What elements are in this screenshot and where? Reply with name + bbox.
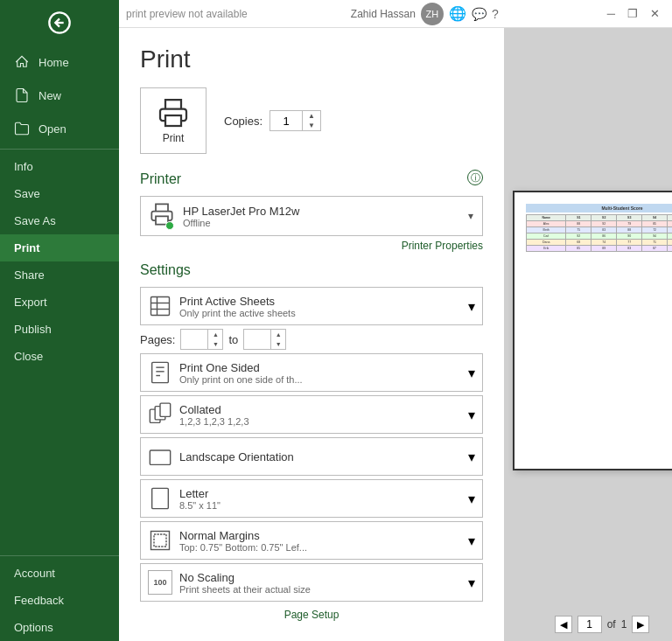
cell: 77	[617, 239, 642, 245]
open-icon	[14, 121, 30, 136]
svg-rect-18	[154, 534, 166, 547]
cell: 90	[668, 245, 672, 251]
pages-from-input[interactable]	[181, 330, 207, 349]
close-button[interactable]: ✕	[645, 5, 665, 22]
sidebar-item-new[interactable]: New	[0, 79, 119, 112]
svg-rect-4	[151, 297, 170, 316]
printer-status-dot	[165, 221, 174, 230]
margins-icon	[148, 528, 172, 553]
active-sheets-icon	[148, 294, 172, 318]
printer-icon	[158, 97, 189, 129]
sidebar-item-feedback[interactable]: Feedback	[0, 587, 119, 614]
pages-from-arrows: ▲ ▼	[207, 330, 222, 349]
page-total: 1	[621, 618, 627, 631]
col-name: Name	[527, 214, 566, 220]
cell: 85	[642, 220, 668, 226]
svg-rect-14	[160, 403, 171, 416]
settings-section-header: Settings	[140, 262, 483, 278]
active-sheets-text: Print Active Sheets Only print the activ…	[179, 295, 461, 318]
sidebar-item-print[interactable]: Print	[0, 234, 119, 261]
page-prev-button[interactable]: ◀	[555, 616, 572, 633]
copies-spinner: 1 ▲ ▼	[270, 110, 321, 131]
pages-to-input[interactable]	[244, 330, 270, 349]
cell: 75	[566, 226, 592, 233]
scaling-icon: 100	[148, 570, 172, 595]
sidebar-label-home: Home	[38, 56, 69, 69]
sidebar-item-open[interactable]: Open	[0, 112, 119, 145]
cell: 88	[668, 233, 672, 239]
settings-orientation[interactable]: Landscape Orientation ▾	[140, 437, 483, 476]
sidebar-label-new: New	[38, 89, 61, 102]
cell: 94	[642, 233, 668, 239]
cell: Carl	[527, 233, 566, 239]
page-number-input[interactable]: 1	[578, 616, 602, 633]
sidebar-item-info[interactable]: Info	[0, 153, 119, 180]
cell: 79	[617, 220, 642, 226]
sidebar-item-export[interactable]: Export	[0, 289, 119, 316]
one-sided-sub: Only print on one side of th...	[179, 374, 461, 385]
printer-properties-link[interactable]: Printer Properties	[140, 240, 483, 252]
svg-rect-15	[150, 450, 170, 464]
pages-to-spinner: ▲ ▼	[243, 329, 286, 350]
copies-down-arrow[interactable]: ▼	[303, 121, 320, 130]
orientation-text: Landscape Orientation	[179, 450, 461, 463]
pages-from-up[interactable]: ▲	[208, 330, 222, 339]
pages-to-down[interactable]: ▼	[271, 339, 285, 349]
sidebar-item-save[interactable]: Save	[0, 180, 119, 207]
cell: 89	[592, 245, 617, 251]
sidebar: Home New Open Info Save Save As Print Sh…	[0, 0, 119, 641]
settings-scaling[interactable]: 100 No Scaling Print sheets at their act…	[140, 563, 483, 602]
sidebar-item-options[interactable]: Options	[0, 614, 119, 641]
copies-arrows: ▲ ▼	[302, 111, 320, 130]
sheet-table: Name S1 S2 S3 S4 S5 S6	[526, 214, 672, 252]
sidebar-item-share[interactable]: Share	[0, 261, 119, 289]
printer-select-dropdown[interactable]: HP LaserJet Pro M12w Offline ▾	[140, 196, 483, 236]
copies-input[interactable]: 1	[270, 111, 302, 130]
pages-from-down[interactable]: ▼	[208, 339, 222, 349]
sidebar-item-account[interactable]: Account	[0, 560, 119, 587]
cell: 85	[566, 245, 592, 251]
settings-paper-size[interactable]: Letter 8.5" x 11" ▾	[140, 479, 483, 518]
print-execute-button[interactable]: Print	[140, 87, 206, 154]
minimize-button[interactable]: ─	[602, 5, 620, 22]
settings-margins[interactable]: Normal Margins Top: 0.75" Bottom: 0.75" …	[140, 521, 483, 560]
printer-icon-area	[150, 202, 174, 230]
preview-frame: Multi-Student Score Name S1 S2 S3 S4 S5	[513, 191, 672, 470]
printer-status: Offline	[183, 218, 459, 228]
page-next-button[interactable]: ▶	[632, 616, 649, 633]
pages-to-up[interactable]: ▲	[271, 330, 285, 339]
cell: 90	[617, 233, 642, 239]
globe-icon[interactable]: 🌐	[449, 5, 466, 22]
pages-label: Pages:	[140, 333, 175, 346]
settings-one-sided[interactable]: Print One Sided Only print on one side o…	[140, 353, 483, 392]
printer-info-icon[interactable]: ⓘ	[467, 170, 483, 185]
back-button[interactable]	[0, 0, 119, 45]
cell: 88	[566, 220, 592, 226]
user-name: Zahid Hassan	[351, 8, 416, 20]
user-info: Zahid Hassan ZH 🌐 💬 ?	[351, 3, 499, 25]
paper-size-text: Letter 8.5" x 11"	[179, 487, 461, 511]
copies-up-arrow[interactable]: ▲	[303, 111, 320, 121]
sidebar-item-close[interactable]: Close	[0, 343, 119, 370]
sidebar-item-home[interactable]: Home	[0, 45, 119, 79]
sidebar-item-save-as[interactable]: Save As	[0, 207, 119, 234]
collated-main: Collated	[179, 403, 461, 416]
avatar: ZH	[421, 3, 444, 25]
sidebar-item-publish[interactable]: Publish	[0, 316, 119, 343]
printer-name: HP LaserJet Pro M12w	[183, 205, 459, 218]
help-icon[interactable]: ?	[492, 7, 499, 21]
cell: 83	[617, 245, 642, 251]
page-setup-link[interactable]: Page Setup	[140, 609, 483, 621]
orientation-icon	[148, 444, 172, 469]
collated-arrow: ▾	[468, 407, 475, 423]
settings-collated[interactable]: Collated 1,2,3 1,2,3 1,2,3 ▾	[140, 395, 483, 434]
titlebar-left: print preview not available	[126, 8, 248, 20]
restore-button[interactable]: ❐	[622, 5, 643, 22]
main-area: Print Print Copies: 1 ▲ ▼	[119, 28, 672, 641]
print-panel: Print Print Copies: 1 ▲ ▼	[119, 28, 504, 641]
settings-active-sheets[interactable]: Print Active Sheets Only print the activ…	[140, 287, 483, 325]
printer-section-header: Printer	[140, 171, 483, 187]
scaling-arrow: ▾	[468, 575, 475, 591]
printer-section-header-row: Printer ⓘ	[140, 171, 483, 187]
comment-icon[interactable]: 💬	[472, 7, 486, 21]
